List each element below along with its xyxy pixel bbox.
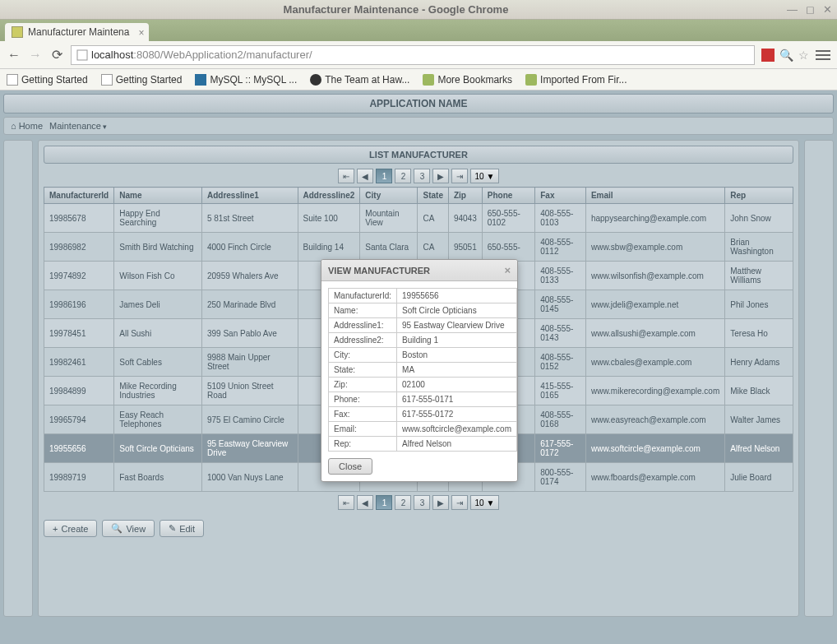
column-header[interactable]: ManufacturerId [44, 188, 114, 204]
column-header[interactable]: Name [114, 188, 202, 204]
breadcrumb-home[interactable]: ⌂Home [11, 121, 43, 131]
pager-last[interactable]: ⇥ [451, 495, 468, 510]
table-cell: Matthew Williams [725, 262, 793, 290]
table-cell: 19985678 [44, 204, 114, 233]
column-header[interactable]: Email [585, 188, 724, 204]
page-content: APPLICATION NAME ⌂Home Maintenance LIST … [0, 90, 837, 644]
field-value: 617-555-0172 [397, 407, 517, 422]
pager-first[interactable]: ⇤ [338, 169, 354, 183]
back-button[interactable]: ← [7, 48, 21, 63]
field-value: Boston [397, 348, 517, 363]
table-cell: 1000 Van Nuys Lane [201, 463, 298, 492]
field-value: Building 1 [397, 333, 517, 348]
edit-button[interactable]: ✎Edit [160, 520, 204, 537]
pager-page[interactable]: 3 [414, 495, 430, 510]
dialog-row: Addressline2:Building 1 [329, 333, 517, 348]
bookmark-item[interactable]: The Team at Haw... [310, 74, 409, 86]
pager-first[interactable]: ⇤ [338, 495, 354, 510]
bookmark-item[interactable]: Imported From Fir... [525, 74, 627, 86]
table-row[interactable]: 19985678Happy End Searching5 81st Street… [44, 204, 793, 233]
svg-rect-0 [77, 50, 87, 60]
table-cell: All Sushi [114, 319, 202, 348]
column-header[interactable]: Phone [482, 188, 535, 204]
address-bar[interactable]: localhost:8080/WebApplication2/manufactu… [71, 45, 755, 65]
maximize-icon[interactable]: ◻ [806, 3, 815, 16]
column-header[interactable]: Fax [535, 188, 586, 204]
field-label: Fax: [329, 407, 397, 422]
view-button[interactable]: 🔍View [102, 520, 155, 537]
bookmark-item[interactable]: Getting Started [101, 74, 183, 86]
tab-label: Manufacturer Maintena [28, 26, 129, 38]
bookmark-star-icon[interactable]: ☆ [798, 49, 809, 62]
table-cell: www.sbw@example.com [585, 233, 724, 262]
column-header[interactable]: Addressline2 [298, 188, 360, 204]
table-cell: Easy Reach Telephones [114, 405, 202, 434]
table-cell: 4000 Finch Circle [201, 233, 298, 262]
dialog-row: Zip:02100 [329, 378, 517, 392]
column-header[interactable]: City [360, 188, 418, 204]
field-value: 95 Eastway Clearview Drive [397, 318, 517, 333]
column-header[interactable]: State [418, 188, 448, 204]
table-cell: 94043 [448, 204, 482, 233]
table-cell: Julie Board [725, 463, 793, 492]
pager-last[interactable]: ⇥ [451, 169, 468, 183]
doc-icon [7, 74, 18, 86]
field-value: MA [397, 363, 517, 378]
field-label: Zip: [329, 378, 397, 392]
pager-page[interactable]: 1 [376, 169, 392, 183]
pager-page[interactable]: 3 [414, 169, 430, 183]
table-row[interactable]: 19986982Smith Bird Watching4000 Finch Ci… [44, 233, 793, 262]
forward-button[interactable]: → [28, 48, 43, 63]
doc-icon [101, 74, 113, 86]
folder-icon [423, 74, 434, 86]
table-cell: www.easyreach@example.com [585, 405, 724, 434]
breadcrumb: ⌂Home Maintenance [3, 117, 834, 135]
table-cell: 415-555-0165 [535, 377, 586, 405]
table-cell: Walter James [725, 405, 793, 434]
pager-size-select[interactable]: 10▼ [470, 169, 498, 183]
dialog-close-button[interactable]: Close [328, 458, 372, 475]
table-cell: Henry Adams [725, 348, 793, 377]
column-header[interactable]: Zip [448, 188, 482, 204]
dialog-row: Phone:617-555-0171 [329, 392, 517, 407]
create-button[interactable]: +Create [44, 520, 97, 537]
table-cell: www.allsushi@example.com [585, 319, 724, 348]
extension-icon[interactable] [761, 49, 775, 62]
pager-next[interactable]: ▶ [432, 495, 449, 510]
field-label: City: [329, 348, 397, 363]
breadcrumb-item[interactable]: Maintenance [49, 121, 107, 131]
pager-page[interactable]: 2 [395, 169, 411, 183]
dialog-row: City:Boston [329, 348, 517, 363]
table-cell: 19986196 [44, 290, 114, 319]
close-window-icon[interactable]: ✕ [823, 3, 832, 16]
table-cell: Smith Bird Watching [114, 233, 202, 262]
pager-prev[interactable]: ◀ [357, 495, 373, 510]
minimize-icon[interactable]: — [787, 3, 798, 16]
panel-title: LIST MANUFACTURER [44, 146, 793, 164]
close-tab-icon[interactable]: × [138, 27, 144, 39]
table-cell: Santa Clara [360, 233, 418, 262]
zoom-icon[interactable]: 🔍 [779, 49, 793, 62]
table-cell: 408-555-0112 [535, 233, 586, 262]
dialog-close-icon[interactable]: × [504, 264, 511, 276]
bookmark-item[interactable]: More Bookmarks [423, 74, 512, 86]
app-header: APPLICATION NAME [3, 94, 834, 114]
bookmark-item[interactable]: MySQL :: MySQL ... [195, 74, 297, 86]
menu-button[interactable] [816, 50, 830, 60]
field-label: Phone: [329, 392, 397, 407]
browser-tab[interactable]: Manufacturer Maintena × [5, 23, 149, 41]
pager-size-select[interactable]: 10▼ [470, 495, 498, 510]
field-label: ManufacturerId: [329, 289, 397, 303]
column-header[interactable]: Addressline1 [201, 188, 298, 204]
field-value: 02100 [397, 378, 517, 392]
dialog-row: State:MA [329, 363, 517, 378]
pager-next[interactable]: ▶ [432, 169, 449, 183]
bookmark-item[interactable]: Getting Started [7, 74, 88, 86]
pager-page[interactable]: 2 [395, 495, 411, 510]
pager-prev[interactable]: ◀ [357, 169, 373, 183]
table-cell: 19984899 [44, 377, 114, 405]
reload-button[interactable]: ⟳ [49, 48, 64, 63]
column-header[interactable]: Rep [725, 188, 793, 204]
browser-tab-strip: Manufacturer Maintena × [0, 20, 837, 41]
pager-page[interactable]: 1 [376, 495, 392, 510]
